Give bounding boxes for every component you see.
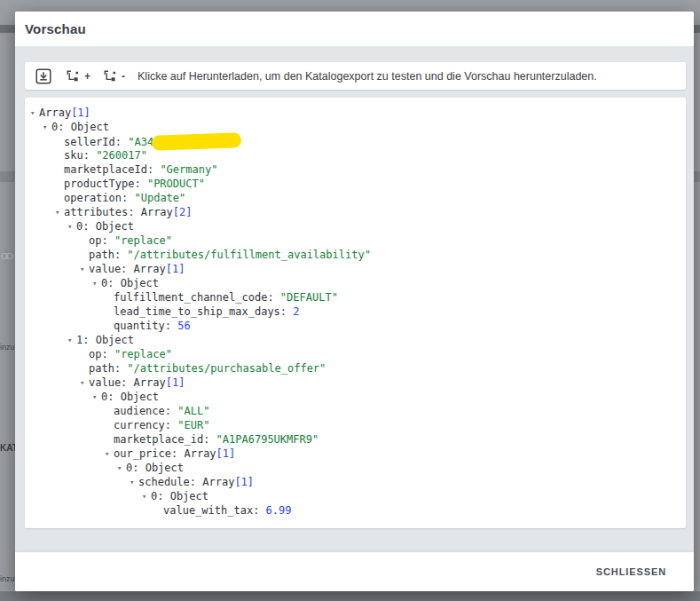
toolbar: + - Klicke auf Herunterladen, um den Kat… [25, 62, 686, 90]
tree-line: ▾0: Object [25, 276, 686, 290]
tree-line: ▾0: Object [25, 489, 686, 503]
tree-segment: 6.99 [266, 504, 292, 517]
tree-line: sku: "260017" [25, 148, 686, 162]
tree-segment: 2 [293, 305, 299, 318]
toolbar-hint: Klicke auf Herunterladen, um den Katalog… [138, 70, 597, 83]
tree-toggle-arrow[interactable]: ▾ [80, 262, 84, 276]
link-icon [1, 252, 13, 260]
tree-segment: currency: [114, 419, 177, 431]
tree-segment: "DEFAULT" [280, 291, 338, 304]
tree-line: ▾attributes: Array[2] [25, 205, 686, 219]
tree-segment: audience: [114, 405, 177, 417]
modal-footer: SCHLIESSEN [15, 552, 694, 591]
tree-toggle-arrow[interactable]: ▾ [55, 205, 59, 219]
tree-line: path: "/attributes/fulfillment_availabil… [25, 248, 686, 262]
tree-toggle-arrow[interactable]: ▾ [130, 475, 134, 489]
expand-all-label: + [84, 71, 90, 82]
tree-toggle-arrow[interactable]: ▾ [80, 376, 84, 390]
tree-line: ▾0: Object [25, 219, 686, 233]
download-icon [35, 68, 51, 84]
tree-segment: schedule: Array [138, 476, 234, 488]
tree-line: currency: "EUR" [25, 418, 686, 432]
tree-line: marketplaceId: "Germany" [25, 162, 686, 177]
tree-toggle-arrow[interactable]: ▾ [105, 447, 109, 461]
tree-segment: [1] [166, 263, 185, 275]
tree-segment: "Germany" [160, 163, 217, 176]
tree-segment: 0: Object [101, 391, 159, 403]
tree-segment: "ALL" [177, 405, 209, 417]
tree-toggle-arrow[interactable]: ▾ [92, 276, 97, 290]
tree-segment: op: [89, 234, 114, 247]
background-band [0, 591, 700, 601]
tree-line: marketplace_id: "A1PA6795UKMFR9" [25, 432, 686, 447]
tree-line: sellerId: "A34 [25, 134, 686, 148]
tree-line: ▾0: Object [25, 120, 686, 134]
tree-segment: sellerId: [64, 136, 128, 148]
tree-line: ▾1: Object [25, 333, 686, 347]
tree-segment: 0: Object [76, 220, 134, 233]
tree-segment: [1] [234, 476, 254, 488]
tree-segment: sku: [64, 149, 96, 162]
json-preview-panel: ▾Array[1]▾0: ObjectsellerId: "A34sku: "2… [25, 98, 686, 528]
tree-segment: value: Array [89, 263, 166, 275]
tree-toggle-arrow[interactable]: ▾ [142, 489, 146, 503]
tree-toggle-arrow[interactable]: ▾ [92, 390, 97, 404]
tree-toggle-arrow[interactable]: ▾ [67, 333, 72, 347]
tree-segment: [1] [216, 447, 236, 460]
tree-segment: "/attributes/fulfillment_availability" [127, 249, 371, 261]
tree-toggle-arrow[interactable]: ▾ [117, 461, 122, 475]
tree-segment: attributes: Array [64, 206, 173, 218]
tree-line: ▾0: Object [25, 461, 686, 475]
tree-line: ▾value: Array[1] [25, 262, 686, 276]
tree-line: quantity: 56 [25, 319, 686, 333]
tree-line: op: "replace" [25, 347, 686, 361]
tree-segment: 0: Object [51, 121, 109, 133]
tree-line: ▾value: Array[1] [25, 376, 686, 390]
tree-segment: "A1PA6795UKMFR9" [216, 433, 319, 446]
tree-segment: op: [89, 348, 114, 360]
background-text-fragment: KAT [0, 443, 15, 453]
modal-body: + - Klicke auf Herunterladen, um den Kat… [15, 46, 694, 552]
background-text-fragment: inzu [0, 574, 15, 583]
tree-segment: operation: [64, 192, 134, 204]
tree-line: operation: "Update" [25, 191, 686, 205]
tree-toggle-arrow[interactable]: ▾ [30, 106, 35, 120]
tree-segment: productType: [64, 178, 147, 190]
tree-segment: Array [39, 107, 71, 119]
close-button[interactable]: SCHLIESSEN [591, 565, 672, 578]
tree-segment: 56 [177, 320, 190, 332]
expand-all-button[interactable]: + [64, 67, 92, 84]
tree-segment: lead_time_to_ship_max_days: [114, 305, 293, 318]
tree-line: productType: "PRODUCT" [25, 177, 686, 191]
modal-title: Vorschau [25, 21, 86, 36]
tree-line: ▾schedule: Array[1] [25, 475, 686, 489]
tree-segment: fulfillment_channel_code: [114, 291, 280, 304]
tree-segment: "A34 [128, 136, 153, 148]
tree-line: ▾0: Object [25, 390, 686, 404]
tree-segment: marketplaceId: [64, 163, 160, 176]
tree-line: ▾Array[1] [25, 106, 686, 120]
tree-segment: path: [89, 249, 127, 261]
tree-segment: "Update" [134, 192, 185, 204]
tree-segment: our_price: Array [114, 447, 216, 460]
tree-toggle-arrow[interactable]: ▾ [67, 219, 72, 233]
tree-segment: [1] [166, 376, 185, 389]
tree-segment: path: [89, 362, 127, 375]
tree-line: op: "replace" [25, 233, 686, 248]
tree-line: ▾our_price: Array[1] [25, 447, 686, 461]
tree-line: path: "/attributes/purchasable_offer" [25, 361, 686, 376]
background-text-fragment: inzu [0, 343, 15, 352]
tree-segment: "PRODUCT" [147, 178, 205, 190]
tree-toggle-arrow[interactable]: ▾ [43, 120, 47, 134]
tree-segment: "/attributes/purchasable_offer" [127, 362, 326, 375]
collapse-all-button[interactable]: - [101, 67, 127, 84]
tree-segment: 1: Object [76, 334, 134, 346]
tree-segment: "260017" [96, 149, 147, 162]
tree-segment: 0: Object [151, 490, 208, 502]
collapse-all-label: - [122, 71, 125, 82]
download-button[interactable] [34, 67, 53, 86]
tree-segment: [1] [71, 107, 90, 119]
tree-segment: value_with_tax: [163, 504, 266, 517]
tree-line: value_with_tax: 6.99 [25, 503, 686, 518]
preview-modal: Vorschau [15, 12, 694, 591]
